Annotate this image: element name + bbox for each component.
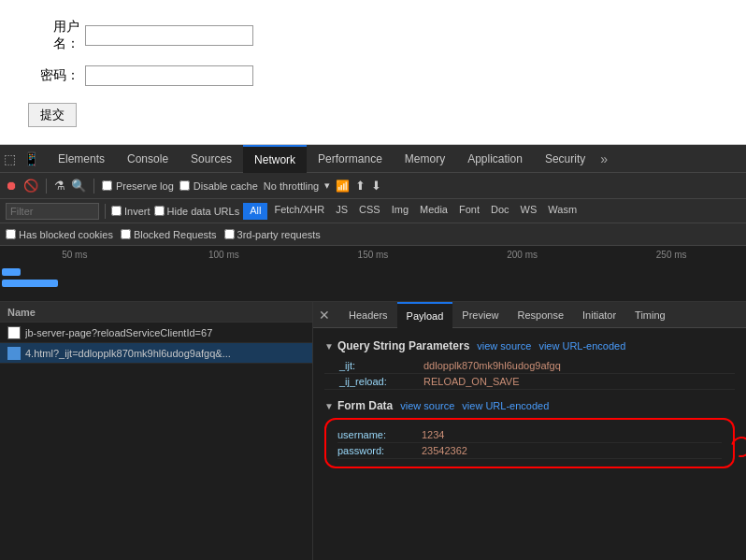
filter-types: All Fetch/XHR JS CSS Img Media Font Doc … — [243, 203, 581, 220]
filter-icon[interactable]: ⚗ — [54, 179, 65, 193]
detail-tab-initiator[interactable]: Initiator — [573, 302, 625, 328]
password-label: 密码： — [28, 67, 79, 84]
submit-button[interactable]: 提交 — [28, 103, 77, 127]
tab-application[interactable]: Application — [456, 145, 534, 173]
tab-security[interactable]: Security — [534, 145, 596, 173]
search-icon[interactable]: 🔍 — [71, 179, 86, 193]
filter-css[interactable]: CSS — [354, 203, 385, 220]
filter-separator — [105, 204, 106, 219]
form-data-section: Form Data view source view URL-encoded u… — [324, 399, 735, 468]
form-param-2: password: 23542362 — [337, 443, 722, 459]
query-view-source-link[interactable]: view source — [477, 340, 531, 352]
filter-doc[interactable]: Doc — [486, 203, 514, 220]
filter-input[interactable] — [6, 203, 99, 220]
devtools-panel: ⬚ 📱 Elements Console Sources Network Per… — [0, 145, 746, 560]
request-item-1[interactable]: jb-server-page?reloadServiceClientId=67 — [0, 323, 312, 343]
disable-cache-label[interactable]: Disable cache — [179, 180, 258, 192]
blocked-requests-label[interactable]: Blocked Requests — [121, 229, 217, 240]
wifi-icon: 📶 — [336, 179, 350, 193]
filter-ws[interactable]: WS — [516, 203, 542, 220]
tab-network[interactable]: Network — [243, 145, 307, 173]
third-party-requests-label[interactable]: 3rd-party requests — [224, 229, 321, 240]
page-area: 用户名： 密码： 提交 — [0, 0, 746, 145]
clear-icon[interactable]: 🚫 — [23, 179, 38, 193]
detail-content: Query String Parameters view source view… — [313, 328, 746, 560]
preserve-log-checkbox[interactable] — [102, 180, 112, 191]
query-param-1: _ijt: ddlopplk870mk9hl6udog9afgq — [324, 358, 735, 374]
download-icon[interactable]: ⬇ — [371, 179, 381, 193]
filter-js[interactable]: JS — [331, 203, 352, 220]
hide-data-urls-label[interactable]: Hide data URLs — [154, 206, 240, 217]
request-icon-2 — [7, 347, 21, 360]
filter-wasm[interactable]: Wasm — [543, 203, 581, 220]
blocked-requests-checkbox[interactable] — [121, 229, 131, 239]
upload-icon[interactable]: ⬆ — [355, 179, 366, 193]
query-view-url-encoded-link[interactable]: view URL-encoded — [538, 340, 625, 352]
form-data-section-header: Form Data view source view URL-encoded — [324, 399, 735, 412]
mobile-icon[interactable]: 📱 — [23, 151, 39, 166]
form-param-name-2: password: — [337, 445, 422, 456]
password-row: 密码： — [28, 65, 718, 86]
mark-2: 100 ms — [150, 250, 299, 260]
filter-img[interactable]: Img — [387, 203, 413, 220]
tab-performance[interactable]: Performance — [307, 145, 394, 173]
form-data-title: Form Data — [324, 399, 393, 412]
filter-fetch-xhr[interactable]: Fetch/XHR — [269, 203, 329, 220]
has-blocked-cookies-checkbox[interactable] — [6, 229, 16, 239]
third-party-requests-checkbox[interactable] — [224, 229, 235, 239]
detail-tab-headers[interactable]: Headers — [339, 302, 397, 328]
has-blocked-cookies-label[interactable]: Has blocked cookies — [6, 229, 113, 240]
tab-memory[interactable]: Memory — [394, 145, 456, 173]
filter-font[interactable]: Font — [454, 203, 484, 220]
tab-console[interactable]: Console — [116, 145, 179, 173]
detail-tab-preview[interactable]: Preview — [452, 302, 508, 328]
invert-checkbox[interactable] — [111, 206, 122, 216]
mark-3: 150 ms — [298, 250, 448, 260]
separator-2 — [93, 179, 94, 194]
more-tabs-icon[interactable]: » — [600, 151, 608, 166]
request-list: jb-server-page?reloadServiceClientId=67 … — [0, 323, 312, 560]
filter-bar: Invert Hide data URLs All Fetch/XHR JS C… — [0, 199, 746, 223]
devtools-tab-bar: ⬚ 📱 Elements Console Sources Network Per… — [0, 145, 746, 173]
disable-cache-checkbox[interactable] — [179, 180, 190, 191]
request-detail-panel: ✕ Headers Payload Preview Response Initi… — [313, 302, 746, 560]
timeline-area: 50 ms 100 ms 150 ms 200 ms 250 ms — [0, 246, 746, 302]
filter-all[interactable]: All — [243, 203, 267, 220]
password-input[interactable] — [85, 65, 253, 86]
form-view-url-encoded-link[interactable]: view URL-encoded — [462, 400, 549, 411]
record-icon[interactable]: ⏺ — [6, 179, 18, 193]
username-row: 用户名： — [28, 19, 718, 52]
detail-tab-response[interactable]: Response — [508, 302, 573, 328]
request-list-panel: Name jb-server-page?reloadServiceClientI… — [0, 302, 313, 560]
detail-tab-timing[interactable]: Timing — [625, 302, 675, 328]
mark-5: 250 ms — [596, 250, 746, 260]
query-param-value-2: RELOAD_ON_SAVE — [423, 376, 520, 387]
request-item-2[interactable]: 4.html?_ijt=ddlopplk870mk9hl6udog9afgq&.… — [0, 343, 312, 364]
username-input[interactable] — [85, 25, 253, 46]
preserve-log-label[interactable]: Preserve log — [102, 180, 174, 192]
no-throttling-select[interactable]: No throttling — [264, 180, 319, 192]
form-param-value-2: 23542362 — [422, 445, 467, 456]
request-name-2: 4.html?_ijt=ddlopplk870mk9hl6udog9afgq&.… — [25, 348, 231, 359]
mark-4: 200 ms — [448, 250, 597, 260]
close-detail-icon[interactable]: ✕ — [317, 306, 332, 324]
network-toolbar: ⏺ 🚫 ⚗ 🔍 Preserve log Disable cache No th… — [0, 173, 746, 199]
query-param-value-1: ddlopplk870mk9hl6udog9afgq — [423, 360, 561, 371]
form-param-name-1: username: — [337, 429, 422, 440]
filter-media[interactable]: Media — [415, 203, 452, 220]
form-view-source-link[interactable]: view source — [400, 400, 454, 411]
tab-sources[interactable]: Sources — [179, 145, 243, 173]
hide-data-urls-checkbox[interactable] — [154, 206, 165, 216]
query-param-name-2: _ij_reload: — [339, 376, 423, 387]
form-param-value-1: 1234 — [422, 429, 444, 440]
query-param-name-1: _ijt: — [339, 360, 423, 371]
tab-elements[interactable]: Elements — [47, 145, 116, 173]
request-list-header: Name — [0, 302, 312, 323]
detail-tab-bar: ✕ Headers Payload Preview Response Initi… — [313, 302, 746, 328]
invert-label[interactable]: Invert — [111, 206, 151, 217]
detail-tab-payload[interactable]: Payload — [397, 302, 453, 328]
separator-1 — [46, 179, 47, 194]
dock-icon[interactable]: ⬚ — [4, 151, 16, 166]
query-string-section-header: Query String Parameters view source view… — [324, 339, 735, 352]
form-data-highlighted: username: 1234 password: 23542362 — [324, 418, 735, 468]
